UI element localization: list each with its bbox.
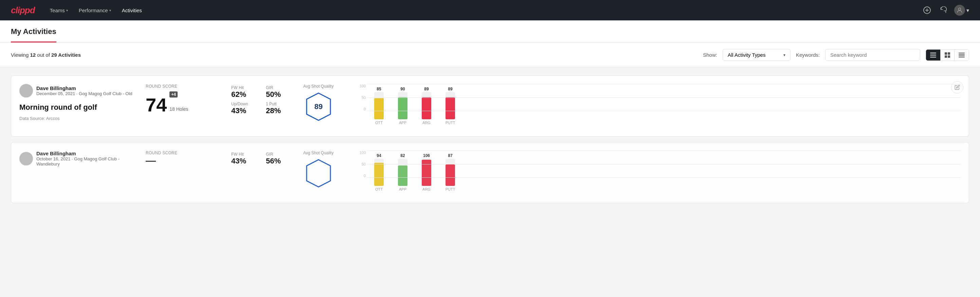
avatar [19,152,33,166]
hex-score: 89 [315,102,323,111]
card-left: Dave Billingham October 16, 2021 · Gog M… [19,150,135,195]
navbar: clippd Teams ▾ Performance ▾ Activities [0,0,980,21]
filter-bar: Viewing 12 out of 29 Activities Show: Al… [0,43,980,67]
user-info: Dave Billingham December 05, 2021 · Gog … [19,84,135,97]
view-toggles [926,49,969,61]
teams-chevron-icon: ▾ [66,8,68,12]
bar-chart-section: 100 50 0 85 OTT 90 APP 89 ARG 89 [355,84,961,128]
score-divider [146,161,156,162]
search-input[interactable] [825,49,920,61]
round-score-section: Round Score [146,150,220,195]
bar-chart-section: 100 50 0 94 OTT 82 APP 106 ARG 87 [355,150,961,195]
round-score-section: Round Score 74 +4 18 Holes [146,84,220,128]
user-date: October 16, 2021 · Gog Magog Golf Club -… [37,156,135,166]
one-putt-stat: 1 Putt 28% [266,102,293,115]
nav-performance[interactable]: Performance ▾ [75,5,115,16]
round-score-label: Round Score [146,150,220,155]
svg-rect-14 [959,57,965,57]
avg-shot-label: Avg Shot Quality [303,84,334,89]
score-holes: 18 Holes [169,106,188,112]
updown-stat: Up/Down 43% [231,102,258,115]
view-toggle-grid[interactable] [940,50,955,61]
viewing-text: Viewing 12 out of 29 Activities [11,52,81,58]
svg-marker-18 [307,160,330,187]
user-avatar-btn[interactable]: ▾ [954,5,969,16]
shot-quality-hexagon [303,158,334,188]
nav-links: Teams ▾ Performance ▾ Activities [46,5,911,16]
gir-stat: GIR 56% [266,152,293,166]
round-score-label: Round Score [146,84,220,89]
avg-shot-label: Avg Shot Quality [303,150,334,155]
show-label: Show: [703,52,717,58]
svg-rect-7 [945,52,947,55]
svg-rect-4 [930,53,936,53]
performance-chevron-icon: ▾ [109,8,111,12]
user-name: Dave Billingham [37,150,135,156]
activity-card: Dave Billingham October 16, 2021 · Gog M… [11,142,969,203]
svg-rect-12 [959,54,965,55]
refresh-icon[interactable] [938,5,949,16]
side-stats: FW Hit 62% GIR 50% Up/Down 43% 1 Putt 28… [231,84,293,128]
activities-list: Dave Billingham December 05, 2021 · Gog … [0,67,980,211]
gir-stat: GIR 50% [266,85,293,99]
user-date: December 05, 2021 · Gog Magog Golf Club … [37,91,132,96]
svg-rect-6 [930,57,936,57]
card-left: Dave Billingham December 05, 2021 · Gog … [19,84,135,128]
page-header: My Activities [0,21,980,43]
svg-rect-10 [948,55,950,58]
svg-rect-8 [948,52,950,55]
svg-point-3 [959,8,961,10]
app-logo: clippd [11,5,35,16]
activity-type-dropdown[interactable]: All Activity Types ▾ [722,49,791,61]
user-name: Dave Billingham [37,85,132,91]
keywords-label: Keywords: [796,52,820,58]
user-info: Dave Billingham October 16, 2021 · Gog M… [19,150,135,166]
score-value: 74 [146,96,167,115]
nav-activities[interactable]: Activities [118,5,146,16]
shot-quality-hexagon: 89 [303,91,334,122]
svg-rect-11 [959,53,965,53]
svg-point-15 [25,88,27,91]
score-badge: +4 [169,91,178,97]
view-toggle-list-full[interactable] [955,50,969,61]
side-stats: FW Hit 43% GIR 56% [231,150,293,195]
svg-rect-13 [959,55,965,56]
svg-point-17 [25,156,27,159]
avg-shot-section: Avg Shot Quality [303,150,344,195]
page-title: My Activities [11,21,56,43]
round-score-row: 74 +4 18 Holes [146,91,220,115]
svg-rect-5 [930,55,936,55]
nav-teams[interactable]: Teams ▾ [46,5,72,16]
add-icon[interactable] [921,5,932,16]
fw-hit-stat: FW Hit 62% [231,85,258,99]
fw-hit-stat: FW Hit 43% [231,152,258,166]
avatar [19,84,33,97]
activity-card: Dave Billingham December 05, 2021 · Gog … [11,75,969,137]
user-meta: Dave Billingham December 05, 2021 · Gog … [37,85,132,96]
avatar [954,5,965,16]
avg-shot-section: Avg Shot Quality 89 [303,84,344,128]
svg-rect-9 [945,55,947,58]
dropdown-chevron-icon: ▾ [783,53,786,57]
activity-title: Morning round of golf [19,103,135,112]
data-source: Data Source: Arccos [19,116,135,121]
user-meta: Dave Billingham October 16, 2021 · Gog M… [37,150,135,166]
avatar-chevron-icon: ▾ [966,7,969,14]
nav-right: ▾ [921,5,969,16]
view-toggle-list-compact[interactable] [926,50,940,61]
filter-right: Show: All Activity Types ▾ Keywords: [703,49,969,61]
